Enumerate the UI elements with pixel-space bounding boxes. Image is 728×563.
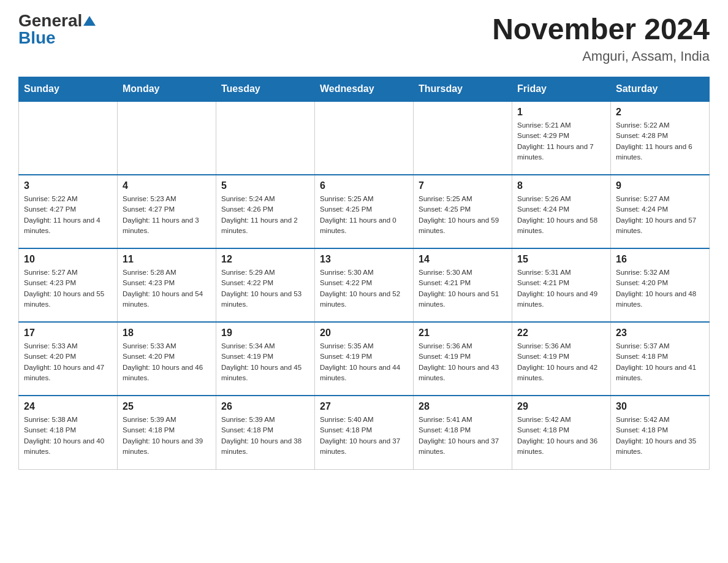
day-info: Sunrise: 5:23 AMSunset: 4:27 PMDaylight:… — [123, 194, 211, 236]
week-row-2: 3Sunrise: 5:22 AMSunset: 4:27 PMDaylight… — [19, 175, 710, 248]
day-number: 9 — [616, 180, 704, 191]
calendar-cell: 5Sunrise: 5:24 AMSunset: 4:26 PMDaylight… — [216, 175, 315, 248]
day-number: 16 — [616, 254, 704, 265]
calendar-cell: 2Sunrise: 5:22 AMSunset: 4:28 PMDaylight… — [611, 101, 710, 175]
day-number: 20 — [320, 327, 408, 339]
day-info: Sunrise: 5:21 AMSunset: 4:29 PMDaylight:… — [517, 120, 605, 163]
week-row-3: 10Sunrise: 5:27 AMSunset: 4:23 PMDayligh… — [19, 248, 710, 322]
calendar-cell: 21Sunrise: 5:36 AMSunset: 4:19 PMDayligh… — [414, 322, 512, 396]
calendar-cell — [216, 101, 315, 175]
calendar-header: SundayMondayTuesdayWednesdayThursdayFrid… — [19, 77, 710, 102]
day-number: 17 — [24, 327, 112, 339]
day-info: Sunrise: 5:32 AMSunset: 4:20 PMDaylight:… — [616, 267, 704, 310]
day-number: 4 — [123, 180, 211, 191]
calendar-cell: 1Sunrise: 5:21 AMSunset: 4:29 PMDaylight… — [512, 101, 611, 175]
day-number: 6 — [320, 180, 408, 191]
day-number: 12 — [221, 254, 309, 265]
day-info: Sunrise: 5:24 AMSunset: 4:26 PMDaylight:… — [221, 194, 309, 236]
day-info: Sunrise: 5:35 AMSunset: 4:19 PMDaylight:… — [320, 341, 408, 383]
day-info: Sunrise: 5:39 AMSunset: 4:18 PMDaylight:… — [221, 415, 309, 457]
day-info: Sunrise: 5:41 AMSunset: 4:18 PMDaylight:… — [419, 415, 507, 457]
day-number: 27 — [320, 401, 408, 412]
weekday-header-thursday: Thursday — [414, 77, 512, 102]
header: General Blue November 2024 Amguri, Assam… — [18, 12, 710, 64]
calendar-cell: 9Sunrise: 5:27 AMSunset: 4:24 PMDaylight… — [611, 175, 710, 248]
day-info: Sunrise: 5:25 AMSunset: 4:25 PMDaylight:… — [419, 194, 507, 236]
calendar-cell: 10Sunrise: 5:27 AMSunset: 4:23 PMDayligh… — [19, 248, 118, 322]
calendar-cell: 6Sunrise: 5:25 AMSunset: 4:25 PMDaylight… — [315, 175, 414, 248]
weekday-header-friday: Friday — [512, 77, 611, 102]
week-row-5: 24Sunrise: 5:38 AMSunset: 4:18 PMDayligh… — [19, 396, 710, 469]
calendar-table: SundayMondayTuesdayWednesdayThursdayFrid… — [18, 77, 710, 470]
day-info: Sunrise: 5:37 AMSunset: 4:18 PMDaylight:… — [616, 341, 704, 383]
calendar-cell: 22Sunrise: 5:36 AMSunset: 4:19 PMDayligh… — [512, 322, 611, 396]
day-number: 23 — [616, 327, 704, 339]
day-info: Sunrise: 5:29 AMSunset: 4:22 PMDaylight:… — [221, 267, 309, 310]
calendar-cell: 16Sunrise: 5:32 AMSunset: 4:20 PMDayligh… — [611, 248, 710, 322]
calendar-cell: 8Sunrise: 5:26 AMSunset: 4:24 PMDaylight… — [512, 175, 611, 248]
day-number: 21 — [419, 327, 507, 339]
calendar-cell: 7Sunrise: 5:25 AMSunset: 4:25 PMDaylight… — [414, 175, 512, 248]
day-number: 8 — [517, 180, 605, 191]
day-number: 1 — [517, 107, 605, 118]
calendar-cell: 17Sunrise: 5:33 AMSunset: 4:20 PMDayligh… — [19, 322, 118, 396]
day-number: 18 — [123, 327, 211, 339]
calendar-cell: 20Sunrise: 5:35 AMSunset: 4:19 PMDayligh… — [315, 322, 414, 396]
day-number: 7 — [419, 180, 507, 191]
calendar-cell: 26Sunrise: 5:39 AMSunset: 4:18 PMDayligh… — [216, 396, 315, 469]
calendar-cell: 24Sunrise: 5:38 AMSunset: 4:18 PMDayligh… — [19, 396, 118, 469]
day-info: Sunrise: 5:38 AMSunset: 4:18 PMDaylight:… — [24, 415, 112, 457]
day-number: 14 — [419, 254, 507, 265]
logo-general-text: General — [18, 12, 82, 29]
day-number: 5 — [221, 180, 309, 191]
calendar-title: November 2024 — [492, 12, 710, 46]
day-info: Sunrise: 5:22 AMSunset: 4:27 PMDaylight:… — [24, 194, 112, 236]
calendar-cell: 23Sunrise: 5:37 AMSunset: 4:18 PMDayligh… — [611, 322, 710, 396]
calendar-body: 1Sunrise: 5:21 AMSunset: 4:29 PMDaylight… — [19, 101, 710, 469]
calendar-cell: 30Sunrise: 5:42 AMSunset: 4:18 PMDayligh… — [611, 396, 710, 469]
day-number: 22 — [517, 327, 605, 339]
day-number: 29 — [517, 401, 605, 412]
logo: General Blue — [18, 12, 96, 47]
calendar-cell — [118, 101, 216, 175]
week-row-1: 1Sunrise: 5:21 AMSunset: 4:29 PMDaylight… — [19, 101, 710, 175]
day-number: 15 — [517, 254, 605, 265]
calendar-cell: 11Sunrise: 5:28 AMSunset: 4:23 PMDayligh… — [118, 248, 216, 322]
day-info: Sunrise: 5:27 AMSunset: 4:23 PMDaylight:… — [24, 267, 112, 310]
day-number: 26 — [221, 401, 309, 412]
day-number: 25 — [123, 401, 211, 412]
weekday-header-wednesday: Wednesday — [315, 77, 414, 102]
calendar-cell: 3Sunrise: 5:22 AMSunset: 4:27 PMDaylight… — [19, 175, 118, 248]
calendar-cell: 25Sunrise: 5:39 AMSunset: 4:18 PMDayligh… — [118, 396, 216, 469]
calendar-cell: 12Sunrise: 5:29 AMSunset: 4:22 PMDayligh… — [216, 248, 315, 322]
day-number: 24 — [24, 401, 112, 412]
calendar-cell — [19, 101, 118, 175]
calendar-subtitle: Amguri, Assam, India — [492, 48, 710, 64]
weekday-header-monday: Monday — [118, 77, 216, 102]
day-number: 11 — [123, 254, 211, 265]
calendar-cell: 28Sunrise: 5:41 AMSunset: 4:18 PMDayligh… — [414, 396, 512, 469]
day-number: 13 — [320, 254, 408, 265]
calendar-cell: 13Sunrise: 5:30 AMSunset: 4:22 PMDayligh… — [315, 248, 414, 322]
day-number: 30 — [616, 401, 704, 412]
calendar-cell: 29Sunrise: 5:42 AMSunset: 4:18 PMDayligh… — [512, 396, 611, 469]
day-number: 3 — [24, 180, 112, 191]
calendar-cell: 15Sunrise: 5:31 AMSunset: 4:21 PMDayligh… — [512, 248, 611, 322]
calendar-cell — [315, 101, 414, 175]
weekday-header-saturday: Saturday — [611, 77, 710, 102]
calendar-cell: 27Sunrise: 5:40 AMSunset: 4:18 PMDayligh… — [315, 396, 414, 469]
calendar-cell — [414, 101, 512, 175]
logo-blue-text: Blue — [18, 29, 56, 47]
week-row-4: 17Sunrise: 5:33 AMSunset: 4:20 PMDayligh… — [19, 322, 710, 396]
weekday-header-row: SundayMondayTuesdayWednesdayThursdayFrid… — [19, 77, 710, 102]
day-number: 28 — [419, 401, 507, 412]
day-number: 2 — [616, 107, 704, 118]
day-info: Sunrise: 5:26 AMSunset: 4:24 PMDaylight:… — [517, 194, 605, 236]
day-info: Sunrise: 5:33 AMSunset: 4:20 PMDaylight:… — [24, 341, 112, 383]
day-info: Sunrise: 5:27 AMSunset: 4:24 PMDaylight:… — [616, 194, 704, 236]
day-info: Sunrise: 5:36 AMSunset: 4:19 PMDaylight:… — [517, 341, 605, 383]
day-info: Sunrise: 5:30 AMSunset: 4:21 PMDaylight:… — [419, 267, 507, 310]
calendar-cell: 19Sunrise: 5:34 AMSunset: 4:19 PMDayligh… — [216, 322, 315, 396]
calendar-cell: 14Sunrise: 5:30 AMSunset: 4:21 PMDayligh… — [414, 248, 512, 322]
day-info: Sunrise: 5:28 AMSunset: 4:23 PMDaylight:… — [123, 267, 211, 310]
